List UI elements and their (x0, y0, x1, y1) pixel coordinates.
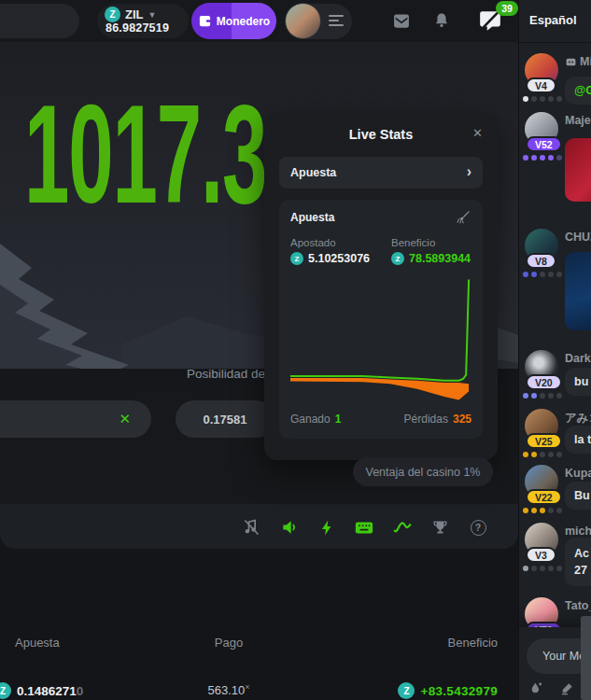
level-badge: V52 (526, 136, 562, 152)
profit-label: Beneficio (391, 237, 435, 248)
chat-language-selector[interactable]: Español (529, 13, 577, 27)
currency-selector[interactable]: Z ZIL ▼ 86.9827519 (97, 4, 189, 38)
level-dots (523, 272, 562, 277)
stats-card-title: Apuesta (290, 211, 334, 224)
inbox-icon[interactable] (390, 12, 413, 34)
popup-edge (581, 616, 591, 700)
menu-icon[interactable] (329, 15, 344, 29)
level-badge: V8 (526, 253, 556, 269)
chat-message: la t (565, 426, 591, 454)
wagered-value: Z 5.10253076 (290, 252, 370, 265)
win-chance-label: Posibilidad de (187, 367, 265, 381)
chat-username[interactable]: Maje (565, 114, 591, 127)
chat-message: Bu (565, 482, 591, 510)
chat-header: Español (519, 0, 591, 42)
level-dots (523, 508, 562, 513)
avatar[interactable] (285, 3, 321, 39)
clan-badge-icon (565, 56, 577, 68)
hotkeys-icon[interactable] (354, 517, 374, 538)
chat-message: Ac27 (565, 538, 591, 586)
table-row-payout: 563.10× (191, 682, 266, 697)
close-icon[interactable]: ✕ (472, 126, 483, 140)
leaderboard-icon[interactable] (429, 517, 450, 538)
chat-username[interactable]: CHUZ (565, 231, 591, 244)
pencil-icon[interactable] (560, 680, 575, 699)
table-row-bet: Z 0.14862710 (0, 682, 83, 699)
chevron-down-icon: ▼ (148, 10, 157, 20)
crash-multiplier: 1017.3 (24, 84, 266, 224)
top-bar: Z ZIL ▼ 86.9827519 Monedero (0, 0, 518, 42)
chat-image-message[interactable] (565, 138, 591, 202)
live-stats-chart (290, 274, 471, 403)
trends-icon[interactable] (392, 517, 413, 538)
payout-multiplier-input[interactable]: ✕ (0, 400, 151, 438)
chat-username[interactable]: Dark (565, 352, 591, 365)
table-header-payout: Pago (191, 636, 266, 650)
bell-icon[interactable] (432, 11, 451, 34)
wallet-balance: 86.9827519 (106, 21, 169, 35)
live-stats-panel: Live Stats ✕ Apuesta › Apuesta Apostado … (264, 112, 498, 460)
table-header-profit: Beneficio (448, 636, 498, 650)
level-badge: V22 (526, 489, 562, 505)
house-edge-badge: Ventaja del casino 1% (353, 457, 493, 486)
zil-coin-icon: Z (398, 682, 415, 699)
app-root: 1017.3 Posibilidad de ✕ Ventaja del casi… (0, 0, 591, 700)
music-off-icon[interactable] (241, 517, 261, 538)
chat-message: @G (565, 77, 591, 105)
wallet-button[interactable]: Monedero (191, 3, 276, 39)
chat-username[interactable]: Tato_ (565, 599, 591, 612)
wallet-icon (198, 14, 212, 28)
level-badge: V3 (526, 547, 556, 563)
zil-coin-icon: Z (105, 7, 120, 22)
stats-mode-dropdown[interactable]: Apuesta › (279, 157, 483, 189)
zil-coin-icon: Z (290, 252, 303, 265)
chat-username[interactable]: Mi (565, 55, 591, 68)
wagered-label: Apostado (290, 237, 336, 248)
chat-username[interactable]: mich (565, 525, 591, 538)
level-dots (523, 96, 562, 102)
level-dots (523, 393, 562, 399)
level-badge: V20 (526, 374, 562, 390)
stats-card: Apuesta Apostado Z 5.10253076 Beneficio … (279, 200, 483, 439)
chat-message: bu (565, 368, 591, 396)
chat-image-message[interactable] (565, 252, 591, 330)
win-chance-input[interactable] (176, 400, 274, 438)
level-badge: V25 (526, 433, 562, 449)
instant-bet-icon[interactable] (317, 517, 337, 538)
sound-icon[interactable] (279, 517, 300, 538)
profit-value: Z 78.5893944 (391, 252, 471, 265)
zil-coin-icon: Z (391, 252, 404, 265)
notification-badge: 39 (496, 1, 518, 16)
chevron-right-icon: › (467, 164, 471, 179)
level-dots (523, 566, 562, 571)
zil-coin-icon: Z (0, 682, 11, 699)
chat-username[interactable]: Kupa (565, 467, 591, 480)
game-toolbar: ? (0, 504, 518, 549)
level-dots (523, 452, 562, 457)
live-stats-title: Live Stats (264, 127, 498, 142)
reset-stats-icon[interactable] (456, 209, 471, 229)
table-header-bet: Apuesta (15, 636, 60, 650)
help-icon[interactable]: ? (468, 517, 488, 538)
table-row-profit: Z +83.5432979 (398, 682, 498, 699)
search-input[interactable] (0, 4, 79, 38)
rain-icon[interactable] (528, 680, 543, 699)
level-dots (523, 155, 562, 161)
chat-username[interactable]: アみコ (565, 411, 591, 427)
chat-sidebar: Español V4 Mi @G V52 Maje V8 CHUZ (518, 0, 591, 700)
multiply-icon: ✕ (119, 411, 131, 427)
stats-footer: Ganado1 Pérdidas325 (290, 413, 471, 426)
level-badge: V4 (526, 77, 556, 93)
